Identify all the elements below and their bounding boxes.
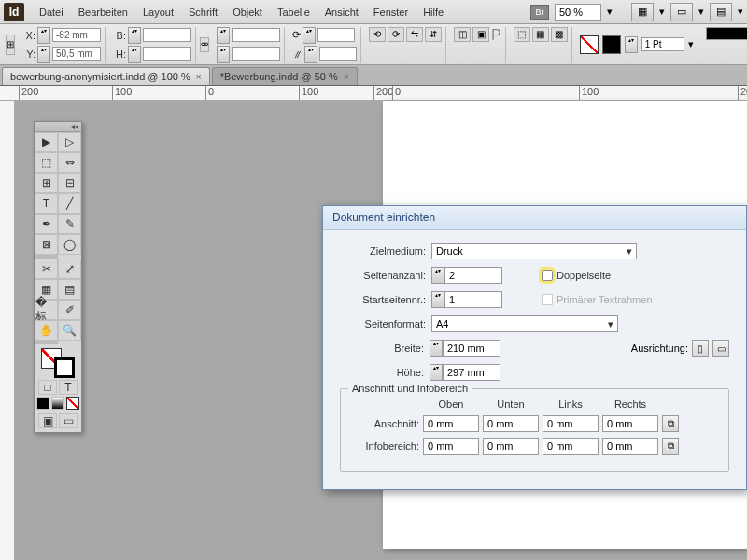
y-input[interactable] bbox=[52, 47, 101, 61]
zoom-field[interactable]: 50 % bbox=[555, 4, 601, 21]
menu-ansicht[interactable]: Ansicht bbox=[317, 3, 366, 21]
wrap-icon-2[interactable]: ▦ bbox=[532, 27, 549, 42]
flip-v-icon[interactable]: ⇵ bbox=[425, 27, 442, 42]
facing-pages-checkbox[interactable]: Doppelseite bbox=[542, 270, 611, 281]
w-input[interactable] bbox=[143, 28, 191, 42]
ellipse-tool-icon[interactable]: ◯ bbox=[58, 234, 81, 255]
slug-top-input[interactable] bbox=[423, 438, 479, 455]
menu-schrift[interactable]: Schrift bbox=[181, 3, 225, 21]
shear-input[interactable] bbox=[319, 47, 357, 61]
bleed-left-input[interactable] bbox=[543, 415, 599, 432]
bleed-right-input[interactable] bbox=[602, 415, 658, 432]
rectangle-frame-tool-icon[interactable]: ⊠ bbox=[35, 234, 58, 255]
start-spinner[interactable]: ▴▾ bbox=[431, 291, 444, 308]
screen-mode-button[interactable]: ▭ bbox=[670, 3, 693, 21]
chevron-down-icon[interactable]: ▾ bbox=[688, 38, 694, 50]
slug-link-icon[interactable]: ⧉ bbox=[662, 438, 679, 455]
scaley-spinner[interactable]: ▴▾ bbox=[217, 46, 230, 63]
preview-view-icon[interactable]: ▭ bbox=[59, 413, 78, 428]
stroke-swatch[interactable] bbox=[602, 35, 621, 54]
scissors-tool-icon[interactable]: ✂ bbox=[35, 259, 58, 279]
panel-collapse-icon[interactable]: ◂◂ bbox=[35, 122, 81, 132]
content-placer-icon[interactable]: ⊟ bbox=[58, 173, 81, 193]
rotate-ccw-icon[interactable]: ⟲ bbox=[369, 27, 386, 42]
height-spinner[interactable]: ▴▾ bbox=[430, 364, 443, 381]
zoom-chevron-icon[interactable]: ▾ bbox=[607, 6, 613, 18]
wrap-icon-1[interactable]: ⬚ bbox=[514, 27, 530, 42]
note-tool-icon[interactable]: �标 bbox=[35, 300, 58, 320]
scaley-input[interactable] bbox=[232, 47, 280, 61]
height-input[interactable] bbox=[443, 364, 500, 381]
h-spinner[interactable]: ▴▾ bbox=[128, 46, 141, 63]
tab-close-icon[interactable]: × bbox=[196, 72, 202, 82]
direct-selection-tool-icon[interactable]: ▷ bbox=[58, 132, 81, 152]
content-collector-icon[interactable]: ⊞ bbox=[35, 173, 58, 193]
orientation-landscape-icon[interactable]: ▭ bbox=[712, 340, 729, 357]
slug-left-input[interactable] bbox=[543, 438, 599, 455]
intent-select[interactable]: Druck bbox=[431, 243, 637, 259]
pages-input[interactable] bbox=[444, 267, 502, 284]
bleed-top-input[interactable] bbox=[423, 415, 479, 432]
menu-layout[interactable]: Layout bbox=[135, 3, 181, 21]
document-tab-active[interactable]: *Bewerbung.indd @ 50 % × bbox=[212, 67, 358, 85]
stroke-color-icon[interactable] bbox=[54, 357, 75, 378]
scalex-input[interactable] bbox=[232, 28, 280, 42]
chevron-down-icon[interactable]: ▾ bbox=[738, 6, 743, 18]
arrange-button[interactable]: ▤ bbox=[710, 3, 732, 21]
reference-point-icon[interactable]: ⊞ bbox=[6, 35, 15, 55]
free-transform-tool-icon[interactable]: ⤢ bbox=[58, 259, 81, 279]
bleed-link-icon[interactable]: ⧉ bbox=[662, 415, 679, 432]
menu-tabelle[interactable]: Tabelle bbox=[270, 3, 317, 21]
pencil-tool-icon[interactable]: ✎ bbox=[58, 214, 81, 234]
pen-tool-icon[interactable]: ✒ bbox=[35, 214, 58, 234]
eyedropper-tool-icon[interactable]: ✐ bbox=[58, 300, 81, 320]
menu-datei[interactable]: Datei bbox=[32, 3, 71, 21]
fill-swatch[interactable] bbox=[580, 35, 599, 54]
wrap-icon-3[interactable]: ▩ bbox=[551, 27, 568, 42]
menu-bearbeiten[interactable]: Bearbeiten bbox=[71, 3, 135, 21]
type-tool-icon[interactable]: T bbox=[35, 193, 58, 214]
menu-fenster[interactable]: Fenster bbox=[366, 3, 416, 21]
line-tool-icon[interactable]: ╱ bbox=[58, 193, 81, 214]
pageformat-select[interactable]: A4 bbox=[431, 315, 618, 332]
start-input[interactable] bbox=[444, 291, 502, 308]
normal-view-icon[interactable]: ▣ bbox=[38, 413, 57, 428]
stroke-style-select[interactable] bbox=[706, 27, 747, 40]
flip-h-icon[interactable]: ⇋ bbox=[406, 27, 423, 42]
tab-close-icon[interactable]: × bbox=[344, 72, 349, 82]
apply-gradient-icon[interactable] bbox=[51, 397, 64, 410]
bleed-bottom-input[interactable] bbox=[483, 415, 539, 432]
gap-tool-icon[interactable]: ⇔ bbox=[58, 152, 81, 173]
apply-color-icon[interactable] bbox=[36, 397, 49, 410]
select-container-icon[interactable]: ◫ bbox=[454, 27, 471, 42]
gradient-feather-tool-icon[interactable]: ▤ bbox=[58, 279, 81, 300]
shear-spinner[interactable]: ▴▾ bbox=[304, 46, 317, 63]
chevron-down-icon[interactable]: ▾ bbox=[659, 6, 665, 18]
formatting-text-icon[interactable]: T bbox=[59, 380, 78, 395]
menu-objekt[interactable]: Objekt bbox=[225, 3, 270, 21]
stroke-spinner[interactable]: ▴▾ bbox=[625, 36, 638, 53]
selection-tool-icon[interactable]: ▶ bbox=[35, 132, 58, 152]
stroke-weight-input[interactable] bbox=[641, 37, 684, 51]
apply-none-icon[interactable] bbox=[66, 397, 79, 410]
x-input[interactable] bbox=[52, 28, 101, 42]
bridge-icon[interactable]: Br bbox=[530, 5, 549, 20]
view-mode-button[interactable]: ▦ bbox=[631, 3, 654, 21]
slug-bottom-input[interactable] bbox=[483, 438, 539, 455]
document-tab[interactable]: bewerbung-anonymisiert.indd @ 100 % × bbox=[2, 67, 210, 85]
slug-right-input[interactable] bbox=[602, 438, 658, 455]
menu-hilfe[interactable]: Hilfe bbox=[416, 3, 451, 21]
x-spinner[interactable]: ▴▾ bbox=[37, 27, 50, 44]
width-spinner[interactable]: ▴▾ bbox=[430, 340, 443, 357]
select-content-icon[interactable]: ▣ bbox=[472, 27, 489, 42]
constrain-icon[interactable]: ⚮ bbox=[200, 37, 209, 52]
rotate-spinner[interactable]: ▴▾ bbox=[303, 27, 316, 44]
scalex-spinner[interactable]: ▴▾ bbox=[217, 27, 230, 44]
width-input[interactable] bbox=[443, 340, 500, 357]
orientation-portrait-icon[interactable]: ▯ bbox=[692, 340, 709, 357]
formatting-container-icon[interactable]: □ bbox=[38, 380, 57, 395]
chevron-down-icon[interactable]: ▾ bbox=[698, 6, 704, 18]
w-spinner[interactable]: ▴▾ bbox=[128, 27, 141, 44]
hand-tool-icon[interactable]: ✋ bbox=[35, 320, 58, 341]
fill-stroke-proxy[interactable] bbox=[41, 348, 75, 378]
